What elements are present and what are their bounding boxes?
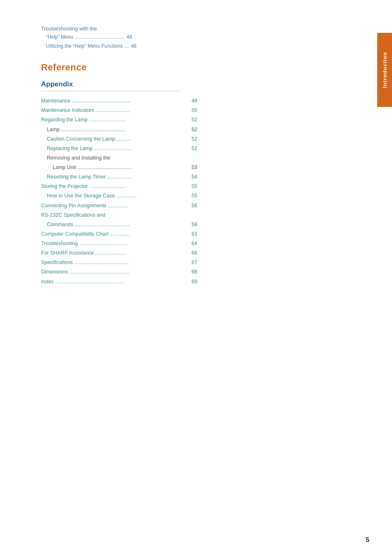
toc-rs232c-title: RS-232C Specifications and [41,211,197,220]
toc-storage-case-page: 55 [191,191,197,201]
toc-regarding-lamp-page: 52 [191,115,197,125]
toc-rs232c-title-text: RS-232C Specifications and [41,211,105,220]
page-number: 5 [366,536,369,544]
toc-maintenance-page: 49 [191,96,197,106]
toc-commands-page: 58 [191,220,197,229]
main-content: Troubleshooting with the “Help” Menu ...… [41,25,367,287]
help-menu-item-2[interactable]: Utilizing the “Help” Menu Functions ....… [41,42,189,51]
side-tab-label: Introduction [382,52,388,88]
toc-specifications[interactable]: Specifications .........................… [41,258,197,267]
toc-storing-projector-page: 55 [191,182,197,191]
toc-computer-compat-page: 63 [191,229,197,239]
toc-sharp-assistance-page: 66 [191,248,197,258]
toc-regarding-lamp[interactable]: Regarding the Lamp .....................… [41,115,197,125]
toc-resetting-lamp-timer[interactable]: Resetting the Lamp Timer ...............… [41,172,197,182]
toc-maintenance-indicators[interactable]: Maintenance Indicators .................… [41,106,197,115]
page-container: Introduction Troubleshooting with the “H… [0,0,392,556]
help-menu-item-2-text: Utilizing the “Help” Menu Functions ....… [46,42,136,51]
toc-index-page: 69 [191,277,197,287]
toc-maintenance-indicators-text: Maintenance Indicators .................… [41,106,130,115]
toc-sharp-assistance-text: For SHARP Assistance ...................… [41,248,127,258]
toc-dimensions-page: 68 [191,267,197,277]
toc-regarding-lamp-text: Regarding the Lamp .....................… [41,115,126,125]
toc-specifications-text: Specifications .........................… [41,258,129,267]
toc-resetting-lamp-timer-page: 54 [191,172,197,182]
toc-index[interactable]: Index ..................................… [41,277,197,287]
toc-replacing-lamp-text: Replacing the Lamp .....................… [47,144,131,153]
toc-storing-projector-text: Storing the Projector ..................… [41,182,125,191]
toc-lamp-unit-page: 53 [191,163,197,172]
help-menu-section: Troubleshooting with the “Help” Menu ...… [41,25,367,51]
toc-dimensions-text: Dimensions .............................… [41,267,129,277]
toc-sharp-assistance[interactable]: For SHARP Assistance ...................… [41,248,197,258]
toc-computer-compat[interactable]: Computer Compatibility Chart ...........… [41,229,197,239]
toc-lamp-text: Lamp ...................................… [47,125,125,134]
toc-storage-case-text: How to Use the Storage Case ............… [47,191,136,201]
reference-heading: Reference [41,62,367,73]
toc-section: Maintenance ............................… [41,96,197,287]
toc-commands[interactable]: Commands ...............................… [41,220,197,229]
toc-replacing-lamp-page: 52 [191,144,197,153]
toc-maintenance-indicators-page: 50 [191,106,197,115]
toc-connecting-pin[interactable]: Connecting Pin Assignments .............… [41,201,197,211]
toc-dimensions[interactable]: Dimensions .............................… [41,267,197,277]
help-menu-item-1[interactable]: “Help” Menu ............................… [41,33,189,42]
toc-resetting-lamp-timer-text: Resetting the Lamp Timer ...............… [47,172,133,182]
help-menu-item-1-text: “Help” Menu ............................… [46,33,132,42]
toc-caution-lamp-text: Caution Concerning the Lamp .......... [47,134,131,144]
toc-lamp-page: 52 [191,125,197,134]
toc-storage-case[interactable]: How to Use the Storage Case ............… [41,191,197,201]
toc-connecting-pin-page: 56 [191,201,197,211]
toc-connecting-pin-text: Connecting Pin Assignments .............… [41,201,128,211]
toc-index-text: Index ..................................… [41,277,124,287]
toc-maintenance-text: Maintenance ............................… [41,96,130,106]
toc-storing-projector[interactable]: Storing the Projector ..................… [41,182,197,191]
toc-maintenance[interactable]: Maintenance ............................… [41,96,197,106]
toc-removing-installing-title-text: Removing and Installing the [47,153,110,163]
toc-caution-lamp[interactable]: Caution Concerning the Lamp .......... 5… [41,134,197,144]
toc-specifications-page: 67 [191,258,197,267]
toc-troubleshooting-text: Troubleshooting ........................… [41,239,128,248]
help-menu-title: Troubleshooting with the [41,25,367,33]
toc-lamp-unit[interactable]: Lamp Unit ..............................… [41,163,197,172]
toc-caution-lamp-page: 52 [191,134,197,144]
toc-removing-installing-title: Removing and Installing the [41,153,197,163]
toc-lamp[interactable]: Lamp ...................................… [41,125,197,134]
appendix-heading: Appendix [41,80,181,91]
toc-lamp-unit-text: Lamp Unit ..............................… [53,163,131,172]
introduction-tab: Introduction [377,33,392,107]
toc-troubleshooting-page: 64 [191,239,197,248]
toc-commands-text: Commands ...............................… [47,220,130,229]
toc-replacing-lamp[interactable]: Replacing the Lamp .....................… [41,144,197,153]
toc-computer-compat-text: Computer Compatibility Chart ...........… [41,229,130,239]
toc-troubleshooting[interactable]: Troubleshooting ........................… [41,239,197,248]
